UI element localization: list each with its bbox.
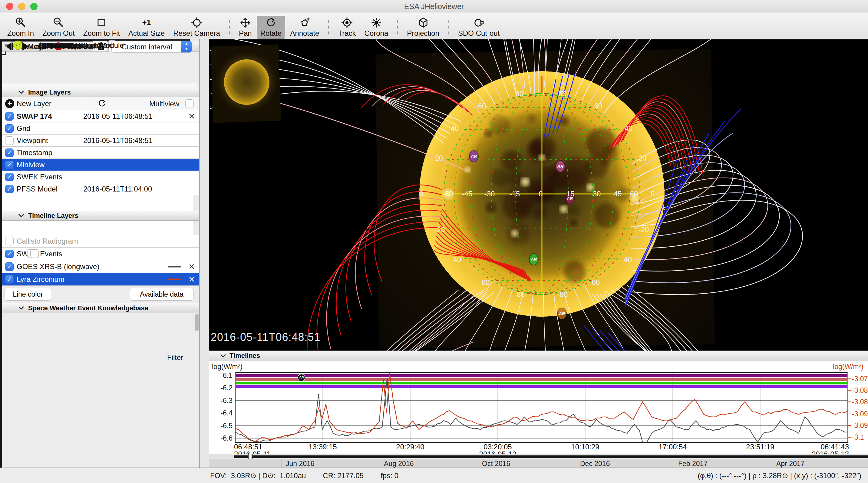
- section-swek[interactable]: Space Weather Event Knowledgebase: [2, 303, 199, 313]
- checkbox[interactable]: ✓: [5, 112, 13, 121]
- navigator-month-strip[interactable]: Jun 2016Aug 2016Oct 2016Dec 2016Feb 2017…: [209, 459, 868, 468]
- svg-text:AR: AR: [559, 311, 565, 316]
- sdo-cut-out-button[interactable]: SDO Cut-out: [455, 16, 503, 39]
- month-separator: [478, 459, 478, 468]
- toolbar-button-label: Pan: [239, 29, 252, 37]
- layer-size-row: Size10%▲▼: [0, 69, 197, 82]
- zoom-in-icon: [14, 17, 27, 29]
- rotate-button[interactable]: Rotate: [257, 16, 285, 39]
- image-layer-row[interactable]: ✓PFSS Model2016-05-11T11:04:00: [2, 183, 199, 195]
- reset-camera-button[interactable]: Reset Camera: [169, 16, 224, 39]
- checkbox[interactable]: ✓: [5, 173, 13, 181]
- corona-button[interactable]: Corona: [361, 16, 392, 39]
- checkbox[interactable]: ✓: [5, 262, 13, 271]
- checkbox[interactable]: [5, 237, 13, 246]
- x-axis-tick: 06:41:43: [821, 443, 849, 451]
- track-icon: [341, 17, 353, 29]
- status-cr: CR: 2177.05: [323, 472, 364, 480]
- x-axis-tick: 23:51:19: [746, 443, 774, 451]
- timeline-chart[interactable]: -6.1-6.2-6.3-6.4-6.5-6.6AR-3.075-3.08-3.…: [209, 361, 868, 454]
- status-fps: fps: 0: [380, 472, 398, 480]
- left-axis-tick: -6.4: [220, 409, 232, 417]
- x-axis-date: 2016-05-11: [234, 450, 271, 454]
- remove-timeline-button[interactable]: ✕: [188, 262, 195, 271]
- track-button[interactable]: Track: [334, 16, 360, 39]
- grid-coordinate-label: 80: [559, 90, 567, 98]
- annotate-button[interactable]: Annotate: [286, 16, 323, 39]
- zoom-to-fit-button[interactable]: Zoom to Fit: [80, 16, 124, 39]
- x-axis-tick: 17:00:54: [658, 443, 687, 451]
- available-data-button[interactable]: Available data: [130, 288, 193, 301]
- checkbox[interactable]: ✓: [5, 250, 13, 258]
- timelines-header[interactable]: Timelines: [209, 350, 868, 361]
- active-region-marker[interactable]: AR: [529, 254, 538, 265]
- image-layer-row[interactable]: Viewpoint2016-05-11T06:48:51: [2, 135, 199, 147]
- layer-label: SWAP 174: [17, 112, 52, 121]
- checkbox[interactable]: ✓: [5, 185, 13, 193]
- month-separator: [674, 459, 674, 468]
- filter-button[interactable]: Filter: [167, 353, 183, 362]
- add-layer-button[interactable]: +: [5, 99, 14, 108]
- timeline-layer-row[interactable]: ✓Lyra Zirconium✕: [2, 273, 199, 286]
- navigator-range-bar[interactable]: [234, 455, 868, 458]
- swek-event-band: [236, 374, 847, 377]
- refresh-icon[interactable]: [97, 99, 107, 109]
- collapse-chevron-icon: [18, 306, 25, 311]
- x-axis-date: 2016-05-12: [479, 450, 517, 454]
- toolbar-button-label: Zoom Out: [42, 29, 75, 37]
- timeline-label: SWEK Events: [17, 250, 62, 258]
- zoom-out-button[interactable]: Zoom Out: [39, 16, 79, 39]
- timeline-layer-row[interactable]: ✓GOES XRS-B (longwave)✕: [2, 260, 199, 273]
- checkbox[interactable]: ✓: [5, 161, 13, 169]
- image-layers-toolbar-row: +New LayerMultiview: [2, 97, 199, 110]
- remove-timeline-button[interactable]: ✕: [188, 275, 195, 284]
- actual-size-button[interactable]: +1Actual Size: [125, 16, 168, 39]
- image-layer-row[interactable]: ✓SWAP 1742016-05-11T06:48:51✕: [2, 110, 199, 122]
- image-layer-row[interactable]: ✓Miniview: [2, 159, 199, 171]
- swek-row-halo-cme[interactable]: Halo CME: [0, 224, 193, 235]
- collapse-chevron-icon: [220, 353, 226, 359]
- section-image-layers[interactable]: Image Layers: [2, 87, 199, 97]
- month-label: Jun 2016: [286, 460, 315, 468]
- grid-coordinate-label: 45: [614, 190, 622, 198]
- month-separator: [576, 459, 576, 468]
- image-layer-row[interactable]: ✓Grid: [2, 122, 199, 135]
- pan-button[interactable]: Pan: [235, 16, 255, 39]
- x-axis-tick: 10:10:29: [571, 443, 599, 451]
- grid-coordinate-label: -40: [451, 255, 461, 263]
- status-bar: FOV: 3.03R⊙ | D⊙: 1.010au CR: 2177.05 fp…: [0, 467, 868, 483]
- checkbox[interactable]: ✓: [5, 124, 13, 133]
- miniview-sun: [223, 58, 270, 106]
- collapse-chevron-icon: [18, 90, 25, 95]
- grid-coordinate-label: 60: [594, 102, 602, 110]
- checkbox[interactable]: ✓: [5, 275, 13, 284]
- actual-size-icon: +1: [141, 17, 153, 29]
- zoom-in-button[interactable]: Zoom In: [4, 16, 37, 39]
- sun-render-canvas[interactable]: ARARARARAR0-60-45-30-1501530456008080606…: [209, 39, 868, 350]
- grid-coordinate-label: 0: [538, 190, 542, 198]
- active-region-marker[interactable]: AR: [557, 308, 566, 319]
- image-layer-row[interactable]: ✓Timestamp: [2, 147, 199, 159]
- remove-layer-button[interactable]: ✕: [188, 112, 195, 121]
- image-layer-row[interactable]: ✓SWEK Events: [2, 171, 199, 183]
- svg-text:AR: AR: [557, 164, 564, 169]
- checkbox[interactable]: [185, 100, 194, 108]
- checkbox[interactable]: [5, 136, 13, 145]
- solar-view[interactable]: ARARARARAR0-60-45-30-1501530456008080606…: [209, 39, 868, 350]
- timeline-label: Callisto Radiogram: [17, 237, 78, 246]
- grid-coordinate-label: -45: [462, 190, 473, 198]
- disclosure-triangle-icon[interactable]: ▼: [3, 42, 9, 49]
- swek-scrollbar[interactable]: [195, 314, 198, 331]
- checkbox[interactable]: [30, 249, 39, 258]
- new-layer-label[interactable]: New Layer: [17, 100, 52, 108]
- line-color-button[interactable]: Line color: [4, 288, 51, 301]
- projection-button[interactable]: Projection: [403, 16, 443, 39]
- section-timeline-layers[interactable]: Timeline Layers: [2, 210, 199, 221]
- movie-buttons-row: Options ›1/97: [0, 55, 197, 69]
- active-region-marker[interactable]: AR: [469, 150, 478, 162]
- month-label: Dec 2016: [580, 460, 610, 468]
- active-region-marker[interactable]: AR: [556, 161, 565, 172]
- timeline-layer-row[interactable]: Callisto Radiogram: [2, 235, 199, 248]
- checkbox[interactable]: ✓: [5, 148, 13, 157]
- toolbar-button-label: Zoom In: [7, 29, 34, 37]
